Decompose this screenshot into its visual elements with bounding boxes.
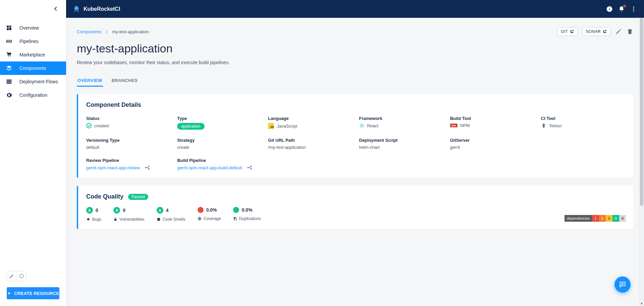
sidebar-item-configuration[interactable]: Configuration xyxy=(0,88,66,102)
value-giturl: /my-test-application xyxy=(268,145,352,150)
chat-fab[interactable] xyxy=(614,276,631,293)
label-versioning: Versioning Type xyxy=(86,138,170,143)
sonar-link-button[interactable]: SONAR xyxy=(582,27,610,36)
info-icon xyxy=(606,6,613,12)
tab-branches[interactable]: BRANCHES xyxy=(111,75,139,87)
svg-rect-38 xyxy=(114,219,116,221)
value-bugs: 0 xyxy=(96,208,98,213)
kube-icon[interactable] xyxy=(16,271,26,281)
label-framework: Framework xyxy=(359,116,443,121)
breadcrumb-root[interactable]: Components xyxy=(77,29,102,34)
scroll-down-arrow[interactable]: ▼ xyxy=(639,301,644,306)
delete-button[interactable] xyxy=(627,28,633,35)
pen-icon[interactable] xyxy=(7,271,16,281)
layers-icon xyxy=(5,65,13,71)
value-versioning: default xyxy=(86,145,170,150)
label-language: Language xyxy=(268,116,352,121)
grade-bugs: A xyxy=(86,207,93,214)
label-giturl: Git URL Path xyxy=(268,138,352,143)
dependencies-badge[interactable]: dependencies 1 2 3 0 8 xyxy=(565,215,626,222)
external-link-icon xyxy=(570,30,574,34)
sidebar-item-deployment-flows[interactable]: Deployment Flows xyxy=(0,75,66,88)
page-subtitle: Review your codebases, monitor their sta… xyxy=(77,60,633,65)
trash-icon xyxy=(627,28,633,35)
link-build-pipeline[interactable]: gerrit-npm-react-app-build-default xyxy=(177,165,242,170)
sidebar-item-pipelines[interactable]: Pipelines xyxy=(0,35,66,48)
svg-rect-18 xyxy=(609,8,610,10)
external-link-icon xyxy=(603,30,607,34)
sidebar-item-marketplace[interactable]: Marketplace xyxy=(0,48,66,61)
sidebar-item-label: Overview xyxy=(19,25,39,31)
sidebar-collapse-button[interactable] xyxy=(0,0,66,18)
value-language: JavaScript xyxy=(277,124,297,129)
copy-icon xyxy=(233,217,237,221)
edit-button[interactable] xyxy=(615,28,622,35)
label-type: Type xyxy=(177,116,261,121)
sidebar-item-label: Components xyxy=(19,65,46,71)
svg-point-22 xyxy=(633,10,634,11)
svg-rect-13 xyxy=(7,83,12,84)
rocket-icon xyxy=(73,5,80,13)
tab-overview[interactable]: OVERVIEW xyxy=(77,75,103,87)
svg-point-40 xyxy=(158,219,158,219)
tekton-icon xyxy=(541,123,546,128)
link-review-pipeline[interactable]: gerrit-npm-react-app-review xyxy=(86,165,140,170)
page-title: my-test-application xyxy=(77,42,633,55)
gear-icon xyxy=(5,92,13,98)
label-buildtool: Build Tool xyxy=(450,116,534,121)
label-vuln: Vulnerabilities xyxy=(119,217,144,222)
scrollbar-vertical[interactable]: ▲ ▼ xyxy=(639,18,644,306)
cart-icon xyxy=(5,52,13,58)
sidebar: Overview Pipelines Marketplace Component… xyxy=(0,0,66,306)
label-review-pipeline: Review Pipeline xyxy=(86,158,170,163)
label-dup: Duplications xyxy=(239,216,261,221)
smell-icon xyxy=(157,217,161,221)
metric-duplications: 0.0% Duplications xyxy=(233,207,261,221)
sidebar-item-label: Pipelines xyxy=(19,39,39,44)
label-coverage: Coverage xyxy=(204,216,221,221)
svg-point-41 xyxy=(159,219,159,219)
view-mode-toggle[interactable] xyxy=(7,271,26,281)
card-component-details: Component Details Status created Type ap… xyxy=(77,94,633,178)
svg-point-39 xyxy=(157,218,160,221)
app-name: KubeRocketCI xyxy=(84,6,120,12)
value-coverage: 0.0% xyxy=(206,207,217,213)
sidebar-item-components[interactable]: Components xyxy=(0,61,66,75)
dashboard-icon xyxy=(5,25,13,31)
more-button[interactable] xyxy=(630,5,637,13)
svg-point-23 xyxy=(361,125,362,126)
topbar: KubeRocketCI xyxy=(66,0,644,18)
deps-high: 2 xyxy=(599,215,606,222)
info-button[interactable] xyxy=(606,5,613,13)
flow-icon[interactable] xyxy=(247,165,252,170)
value-smells: 4 xyxy=(166,208,169,213)
tabs: OVERVIEW BRANCHES xyxy=(77,75,633,87)
svg-point-27 xyxy=(542,124,545,126)
create-resource-button[interactable]: CREATE RESOURCE xyxy=(7,287,59,299)
card-code-quality: Code Quality Passed A0 Bugs A0 Vulnerabi… xyxy=(77,186,633,229)
more-vert-icon xyxy=(630,6,637,12)
label-smells: Code Smells xyxy=(163,217,185,222)
value-vuln: 0 xyxy=(123,208,125,213)
value-strategy: create xyxy=(177,145,261,150)
svg-rect-5 xyxy=(9,40,10,43)
scrollbar-thumb[interactable] xyxy=(640,18,643,206)
pencil-icon xyxy=(615,28,622,35)
svg-marker-14 xyxy=(19,274,23,278)
brand[interactable]: KubeRocketCI xyxy=(73,5,120,13)
label-bugs: Bugs xyxy=(92,217,101,222)
notifications-button[interactable] xyxy=(618,5,625,13)
svg-point-20 xyxy=(633,6,634,7)
svg-rect-0 xyxy=(7,26,9,28)
flow-icon[interactable] xyxy=(145,165,150,170)
sidebar-item-overview[interactable]: Overview xyxy=(0,21,66,35)
quality-status-badge: Passed xyxy=(128,194,148,200)
git-link-button[interactable]: GIT xyxy=(557,27,578,36)
deps-medium: 3 xyxy=(606,215,612,222)
target-icon xyxy=(198,217,202,221)
breadcrumb-current: my-test-application xyxy=(112,29,149,34)
deps-critical: 1 xyxy=(592,215,599,222)
svg-rect-11 xyxy=(7,80,12,81)
sidebar-item-label: Deployment Flows xyxy=(19,79,58,84)
plus-icon xyxy=(7,291,11,296)
